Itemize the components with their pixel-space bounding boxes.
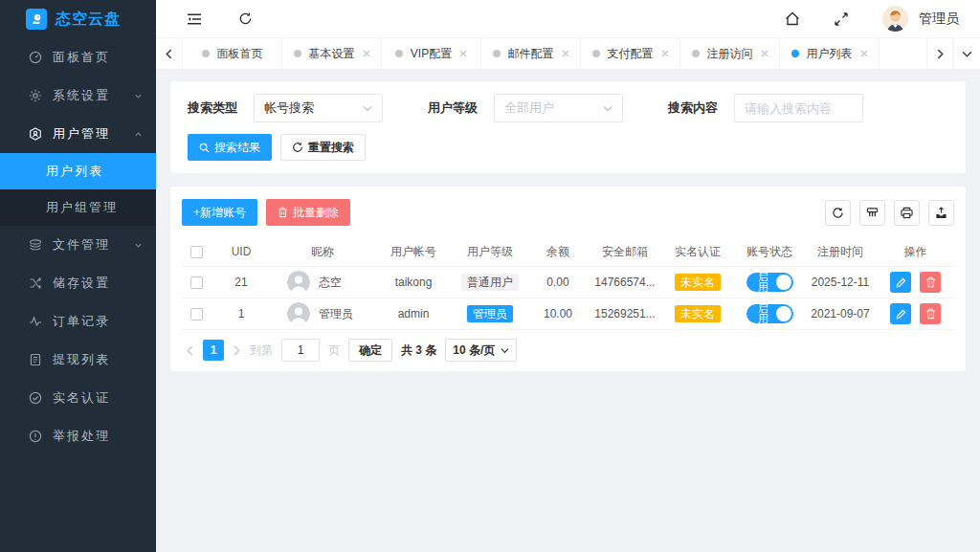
row-checkbox[interactable]	[190, 276, 203, 289]
page-number[interactable]: 1	[203, 340, 224, 361]
tab-payment-config[interactable]: 支付配置	[581, 38, 680, 69]
tab-dot-icon	[202, 50, 210, 57]
tab-vip-config[interactable]: VIP配置	[382, 38, 481, 69]
tab-label: VIP配置	[411, 46, 452, 62]
cell-regtime: 2025-12-11	[804, 276, 877, 289]
collapse-sidebar-icon[interactable]	[187, 12, 202, 26]
cell-balance: 10.00	[526, 307, 590, 320]
sidebar-item-user-management[interactable]: 用户管理	[0, 115, 156, 153]
tab-label: 用户列表	[807, 46, 853, 62]
home-icon[interactable]	[785, 11, 800, 26]
search-reset-button[interactable]: 重置搜索	[280, 134, 366, 161]
realname-badge: 未实名	[675, 305, 721, 322]
tab-register-access[interactable]: 注册访问	[680, 38, 780, 69]
search-content-input[interactable]	[734, 94, 863, 122]
check-circle-icon	[29, 391, 42, 405]
user-management-submenu: 用户列表 用户组管理	[0, 153, 156, 226]
sidebar-item-withdraw-list[interactable]: 提现列表	[0, 341, 156, 379]
tab-label: 注册访问	[707, 46, 753, 62]
jump-page-input[interactable]	[281, 339, 320, 362]
gear-icon	[29, 89, 42, 102]
admin-avatar	[882, 6, 908, 32]
tab-basic-settings[interactable]: 基本设置	[282, 38, 382, 69]
table-refresh-icon[interactable]	[825, 200, 851, 226]
content-area: 搜索类型 帐号搜索 用户等级 全部用户 搜索内容	[156, 70, 980, 552]
reset-icon	[292, 142, 303, 153]
chevron-up-icon	[134, 130, 143, 139]
user-avatar	[287, 271, 310, 294]
jump-confirm-button[interactable]: 确定	[348, 339, 392, 362]
tabs-scroll-left-icon[interactable]	[156, 38, 183, 69]
cell-regtime: 2021-09-07	[804, 307, 877, 320]
prev-page-icon[interactable]	[186, 345, 194, 356]
delete-user-button[interactable]	[920, 303, 941, 324]
edit-user-button[interactable]	[890, 272, 911, 293]
sidebar-item-realname-verify[interactable]: 实名认证	[0, 379, 156, 417]
user-level-select[interactable]: 全部用户	[494, 94, 623, 122]
table-print-icon[interactable]	[894, 200, 920, 226]
table-export-icon[interactable]	[928, 200, 954, 226]
status-toggle[interactable]: 启用	[746, 304, 793, 323]
sidebar-item-user-group[interactable]: 用户组管理	[0, 189, 156, 226]
select-all-checkbox[interactable]	[190, 246, 203, 258]
refresh-icon[interactable]	[238, 11, 253, 26]
row-checkbox[interactable]	[190, 308, 203, 320]
jump-to-label: 到第	[250, 342, 273, 359]
tabs-menu-chevron-icon[interactable]	[953, 38, 980, 69]
close-icon[interactable]	[661, 50, 669, 57]
search-submit-button[interactable]: 搜索结果	[188, 134, 272, 161]
cell-uid: 21	[211, 276, 272, 289]
close-icon[interactable]	[363, 50, 370, 57]
tabs-scroll-right-icon[interactable]	[926, 38, 953, 69]
edit-user-button[interactable]	[890, 303, 911, 324]
cell-email: 15269251...	[590, 307, 660, 320]
add-account-button[interactable]: +新增账号	[182, 199, 257, 226]
sidebar-item-file-management[interactable]: 文件管理	[0, 226, 156, 264]
user-menu[interactable]: 管理员	[882, 6, 959, 32]
main-area: 管理员 面板首页 基本设置 VIP配置 邮件配置 支付配置	[156, 0, 980, 552]
page-word-label: 页	[328, 342, 340, 359]
tab-user-list[interactable]: 用户列表	[780, 38, 880, 69]
cell-uid: 1	[211, 307, 272, 320]
chevron-down-icon	[501, 347, 509, 354]
users-icon	[29, 127, 42, 141]
col-status: 账号状态	[735, 244, 804, 260]
chevron-down-icon	[363, 105, 372, 112]
batch-delete-button[interactable]: 批量删除	[266, 199, 350, 226]
close-icon[interactable]	[562, 50, 569, 57]
app-logo: 态空云盘	[0, 0, 156, 38]
close-icon[interactable]	[761, 50, 768, 57]
cell-account: admin	[373, 307, 454, 320]
tabs-bar: 面板首页 基本设置 VIP配置 邮件配置 支付配置 注册访问	[156, 38, 980, 70]
sidebar-item-storage-settings[interactable]: 储存设置	[0, 264, 156, 302]
sidebar-item-dashboard[interactable]: 面板首页	[0, 38, 156, 77]
sidebar-item-order-records[interactable]: 订单记录	[0, 302, 156, 341]
status-toggle[interactable]: 启用	[746, 273, 793, 292]
fullscreen-icon[interactable]	[835, 12, 848, 26]
user-table-panel: +新增账号 批量删除 UID 昵称 用户帐号 用户等级	[170, 187, 966, 371]
tab-mail-config[interactable]: 邮件配置	[481, 38, 581, 69]
sidebar-item-user-list[interactable]: 用户列表	[0, 153, 156, 189]
search-type-select[interactable]: 帐号搜索	[254, 94, 383, 122]
document-icon	[29, 353, 42, 366]
tab-dashboard[interactable]: 面板首页	[183, 38, 282, 69]
cell-account: taikong	[373, 276, 454, 289]
sidebar-item-label: 文件管理	[53, 236, 110, 254]
next-page-icon[interactable]	[233, 345, 241, 356]
page-size-select[interactable]: 10 条/页	[445, 339, 517, 362]
chevron-down-icon	[134, 241, 143, 250]
close-icon[interactable]	[860, 50, 868, 57]
toggle-knob	[776, 275, 791, 290]
shuffle-icon	[29, 276, 42, 290]
table-columns-icon[interactable]	[859, 200, 885, 226]
cell-email: 14766574...	[590, 276, 660, 289]
sidebar-item-report-handling[interactable]: 举报处理	[0, 417, 156, 455]
dashboard-icon	[29, 51, 42, 64]
app-title: 态空云盘	[56, 10, 121, 30]
close-icon[interactable]	[459, 50, 467, 57]
tab-dot-icon	[692, 50, 700, 57]
col-level: 用户等级	[454, 244, 526, 260]
col-nickname: 昵称	[272, 244, 373, 260]
sidebar-item-system-settings[interactable]: 系统设置	[0, 77, 156, 115]
delete-user-button[interactable]	[920, 272, 941, 293]
